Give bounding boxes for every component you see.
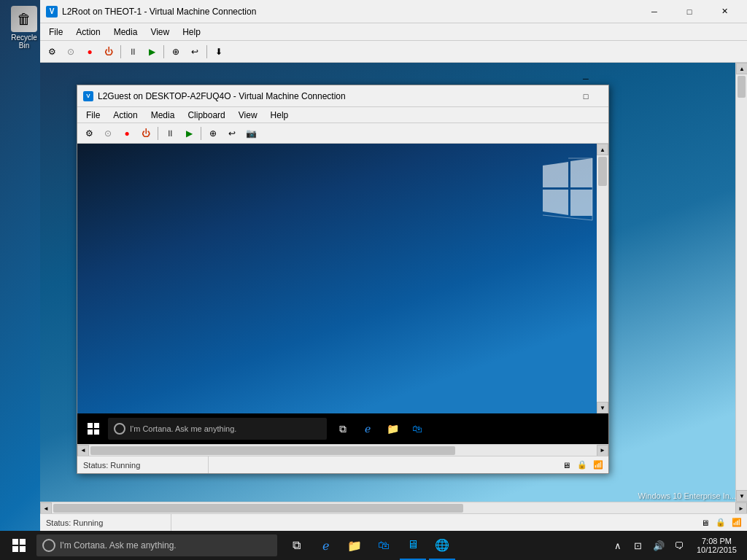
recycle-bin-icon[interactable]: 🗑 Recycle Bin bbox=[6, 6, 42, 50]
outer-store-icon[interactable]: 🛍 bbox=[371, 531, 397, 560]
outer-explorer-icon[interactable]: 📁 bbox=[341, 531, 368, 560]
outer-status-network-icon[interactable]: 📶 bbox=[729, 516, 744, 530]
svg-rect-4 bbox=[94, 423, 99, 428]
inner-vm-horizontal-scrollbar[interactable]: ◄ ► bbox=[77, 444, 608, 456]
outer-vm-close-button[interactable]: ✕ bbox=[708, 3, 741, 20]
watermark-line1: Windows 10 Enterprise In... bbox=[638, 491, 736, 500]
outer-scroll-down-arrow[interactable]: ▼ bbox=[736, 490, 747, 502]
inner-menu-media[interactable]: Media bbox=[145, 109, 181, 122]
scrollbar-thumb[interactable] bbox=[598, 157, 607, 186]
inner-task-view-icon[interactable]: ⧉ bbox=[333, 419, 353, 439]
toolbar-btn-power[interactable]: ⏻ bbox=[100, 44, 117, 60]
inner-menu-file[interactable]: File bbox=[80, 109, 106, 122]
desktop: 🗑 Recycle Bin V L2Root on THEOT-1 - Virt… bbox=[0, 0, 747, 560]
inner-toolbar-btn-record[interactable]: ● bbox=[118, 125, 136, 141]
scrollbar-left-arrow[interactable]: ◄ bbox=[77, 445, 89, 456]
inner-toolbar-btn-add[interactable]: ⊕ bbox=[204, 125, 222, 141]
toolbar-btn-stop[interactable]: ⊙ bbox=[62, 44, 80, 60]
outer-vm-horizontal-scrollbar[interactable]: ◄ ► bbox=[40, 502, 747, 513]
tray-chevron-icon[interactable]: ∧ bbox=[609, 531, 627, 560]
outer-status-display-icon[interactable]: 🖥 bbox=[697, 516, 712, 530]
toolbar-btn-settings[interactable]: ⚙ bbox=[43, 44, 61, 60]
outer-task-view-icon[interactable]: ⧉ bbox=[283, 531, 309, 560]
inner-desktop-logo bbox=[535, 151, 594, 226]
inner-vm-minimize-button[interactable]: ─ bbox=[569, 70, 603, 88]
outer-status-lock-icon[interactable]: 🔒 bbox=[713, 516, 728, 530]
outer-vm-taskbar-icon[interactable]: 🖥 bbox=[400, 531, 426, 560]
inner-toolbar-btn-play[interactable]: ▶ bbox=[180, 125, 198, 141]
outer-vm-vertical-scrollbar[interactable]: ▲ ▼ bbox=[735, 63, 747, 502]
inner-explorer-icon[interactable]: 📁 bbox=[382, 419, 403, 439]
outer-scroll-h-thumb[interactable] bbox=[53, 504, 463, 513]
outer-vm-desktop: Windows 10 Enterprise In... Evaluation c… bbox=[40, 63, 747, 560]
inner-toolbar-btn-undo[interactable]: ↩ bbox=[223, 125, 241, 141]
inner-status-lock-icon[interactable]: 🔒 bbox=[575, 458, 589, 472]
toolbar-btn-undo[interactable]: ↩ bbox=[186, 44, 204, 60]
inner-cortana-search[interactable]: I'm Cortana. Ask me anything. bbox=[108, 418, 327, 440]
outer-vm-restore-button[interactable]: □ bbox=[673, 3, 706, 20]
inner-vm-vertical-scrollbar[interactable]: ▲ ▼ bbox=[597, 144, 608, 413]
inner-menu-help[interactable]: Help bbox=[265, 109, 295, 122]
inner-store-icon[interactable]: 🛍 bbox=[407, 419, 427, 439]
outer-scroll-right-arrow[interactable]: ► bbox=[735, 502, 747, 514]
outer-scroll-v-track bbox=[736, 74, 747, 490]
outer-taskbar: I'm Cortana. Ask me anything. ⧉ ℯ 📁 🛍 🖥 … bbox=[0, 531, 747, 560]
outer-menu-action[interactable]: Action bbox=[70, 26, 106, 39]
svg-rect-5 bbox=[88, 429, 93, 435]
inner-toolbar-btn-settings[interactable]: ⚙ bbox=[80, 125, 98, 141]
scrollbar-down-arrow[interactable]: ▼ bbox=[597, 402, 608, 413]
svg-line-2 bbox=[543, 215, 592, 220]
windows-logo-svg bbox=[535, 151, 594, 224]
inner-edge-icon[interactable]: ℯ bbox=[357, 419, 378, 439]
tray-notification-icon[interactable]: 🗨 bbox=[670, 531, 688, 560]
scrollbar-track bbox=[597, 155, 608, 402]
outer-cortana-search[interactable]: I'm Cortana. Ask me anything. bbox=[36, 534, 277, 556]
outer-menu-media[interactable]: Media bbox=[108, 26, 144, 39]
svg-rect-10 bbox=[20, 546, 26, 552]
outer-scroll-v-thumb[interactable] bbox=[738, 76, 746, 98]
inner-toolbar-btn-power[interactable]: ⏻ bbox=[137, 125, 155, 141]
scrollbar-right-arrow[interactable]: ► bbox=[597, 445, 608, 456]
outer-vm-minimize-button[interactable]: ─ bbox=[638, 3, 671, 20]
inner-status-network-icon[interactable]: 📶 bbox=[591, 458, 605, 472]
inner-menu-view[interactable]: View bbox=[233, 109, 263, 122]
outer-taskbar-app-icons: ⧉ ℯ 📁 🛍 🖥 🌐 bbox=[283, 531, 455, 560]
inner-toolbar-sep-1 bbox=[158, 127, 158, 140]
inner-windows-logo-icon bbox=[87, 422, 100, 435]
inner-toolbar-btn-snapshot[interactable]: 📷 bbox=[242, 125, 260, 141]
toolbar-btn-pause[interactable]: ⏸ bbox=[124, 44, 142, 60]
svg-rect-6 bbox=[94, 429, 99, 435]
outer-network-icon[interactable]: 🌐 bbox=[429, 531, 455, 560]
inner-toolbar-btn-stop[interactable]: ⊙ bbox=[99, 125, 117, 141]
outer-menu-view[interactable]: View bbox=[144, 26, 175, 39]
scrollbar-h-thumb[interactable] bbox=[90, 446, 455, 455]
outer-vm-titlebar: V L2Root on THEOT-1 - Virtual Machine Co… bbox=[40, 0, 747, 23]
scrollbar-up-arrow[interactable]: ▲ bbox=[597, 144, 608, 155]
outer-windows-logo-icon bbox=[12, 538, 26, 553]
system-clock[interactable]: 7:08 PM 10/12/2015 bbox=[691, 531, 743, 560]
inner-vm-restore-button[interactable]: □ bbox=[569, 88, 603, 105]
inner-menu-action[interactable]: Action bbox=[107, 109, 143, 122]
inner-status-display-icon[interactable]: 🖥 bbox=[559, 458, 573, 472]
clock-date: 10/12/2015 bbox=[697, 545, 737, 554]
outer-edge-icon[interactable]: ℯ bbox=[312, 531, 338, 560]
inner-cortana-text: I'm Cortana. Ask me anything. bbox=[130, 424, 236, 433]
toolbar-btn-download[interactable]: ⬇ bbox=[210, 44, 228, 60]
inner-vm-title: L2Guest on DESKTOP-A2FUQ4O - Virtual Mac… bbox=[98, 91, 569, 101]
recycle-bin-label: Recycle Bin bbox=[6, 34, 42, 50]
outer-vm-window-controls: ─ □ ✕ bbox=[638, 3, 741, 20]
outer-scroll-left-arrow[interactable]: ◄ bbox=[40, 502, 52, 514]
tray-tablet-icon[interactable]: ⊡ bbox=[630, 531, 647, 560]
toolbar-btn-add[interactable]: ⊕ bbox=[167, 44, 185, 60]
inner-start-button[interactable] bbox=[82, 417, 105, 440]
tray-volume-icon[interactable]: 🔊 bbox=[650, 531, 667, 560]
outer-menu-file[interactable]: File bbox=[43, 26, 69, 39]
outer-menu-help[interactable]: Help bbox=[177, 26, 206, 39]
outer-start-button[interactable] bbox=[4, 531, 34, 560]
toolbar-btn-record[interactable]: ● bbox=[81, 44, 98, 60]
outer-scroll-up-arrow[interactable]: ▲ bbox=[736, 63, 747, 74]
toolbar-btn-play[interactable]: ▶ bbox=[143, 44, 160, 60]
inner-toolbar-btn-pause[interactable]: ⏸ bbox=[161, 125, 179, 141]
inner-menu-clipboard[interactable]: Clipboard bbox=[182, 109, 231, 122]
recycle-bin-graphic: 🗑 bbox=[11, 6, 37, 32]
